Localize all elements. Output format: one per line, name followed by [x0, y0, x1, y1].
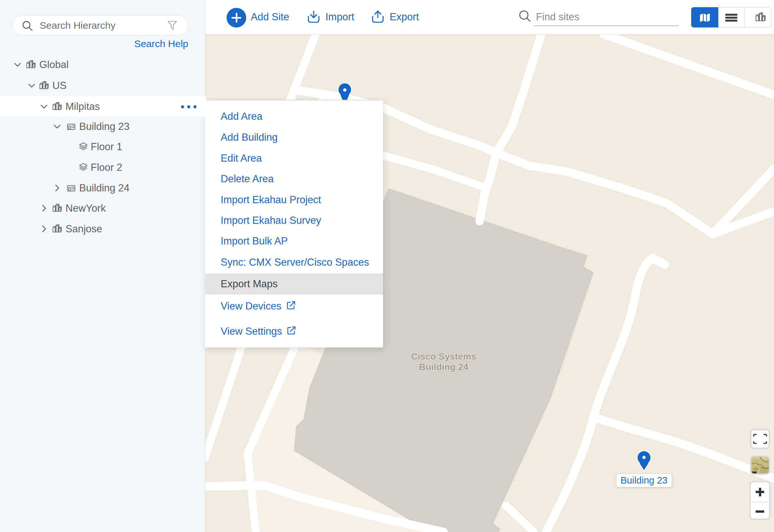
svg-text:Cisco Systems: Cisco Systems	[411, 351, 476, 362]
svg-text:Building 24: Building 24	[419, 362, 469, 372]
